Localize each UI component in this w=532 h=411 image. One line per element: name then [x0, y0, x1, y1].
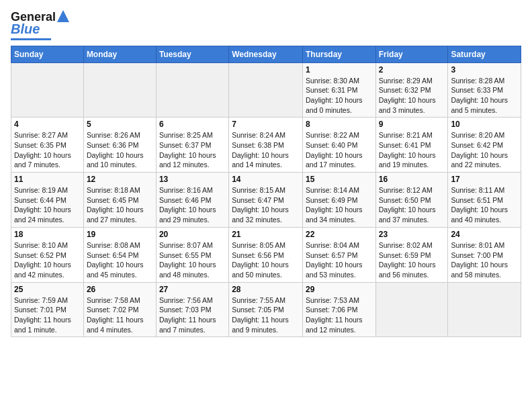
cell-info: Sunrise: 8:27 AMSunset: 6:35 PMDaylight:…: [14, 130, 81, 170]
calendar-cell: 19Sunrise: 8:08 AMSunset: 6:54 PMDayligh…: [83, 227, 156, 282]
calendar-cell: 9Sunrise: 8:21 AMSunset: 6:41 PMDaylight…: [375, 118, 448, 173]
cell-day-number: 6: [159, 120, 226, 129]
cell-day-number: 25: [14, 285, 81, 294]
day-header-saturday: Saturday: [448, 46, 521, 62]
calendar-table: SundayMondayTuesdayWednesdayThursdayFrid…: [11, 46, 521, 338]
week-row-3: 11Sunrise: 8:19 AMSunset: 6:44 PMDayligh…: [11, 173, 521, 228]
cell-day-number: 29: [306, 285, 373, 294]
logo-blue-text: Blue: [11, 21, 40, 37]
cell-day-number: 4: [14, 120, 81, 129]
cell-info: Sunrise: 8:28 AMSunset: 6:33 PMDaylight:…: [451, 76, 518, 116]
cell-info: Sunrise: 8:26 AMSunset: 6:36 PMDaylight:…: [87, 130, 153, 170]
cell-info: Sunrise: 8:11 AMSunset: 6:51 PMDaylight:…: [451, 185, 518, 225]
cell-info: Sunrise: 8:18 AMSunset: 6:45 PMDaylight:…: [87, 185, 153, 225]
cell-day-number: 5: [87, 120, 153, 129]
calendar-cell: 17Sunrise: 8:11 AMSunset: 6:51 PMDayligh…: [448, 173, 521, 228]
calendar-cell: 25Sunrise: 7:59 AMSunset: 7:01 PMDayligh…: [11, 282, 84, 337]
day-header-wednesday: Wednesday: [229, 46, 303, 62]
calendar-cell: 20Sunrise: 8:07 AMSunset: 6:55 PMDayligh…: [156, 227, 228, 282]
day-header-thursday: Thursday: [302, 46, 375, 62]
calendar-cell: 12Sunrise: 8:18 AMSunset: 6:45 PMDayligh…: [83, 173, 156, 228]
calendar-cell: 15Sunrise: 8:14 AMSunset: 6:49 PMDayligh…: [302, 173, 375, 228]
cell-info: Sunrise: 8:19 AMSunset: 6:44 PMDaylight:…: [14, 185, 81, 225]
cell-info: Sunrise: 8:29 AMSunset: 6:32 PMDaylight:…: [379, 76, 445, 116]
logo: General Blue: [11, 11, 69, 40]
calendar-cell: [156, 62, 228, 118]
cell-info: Sunrise: 8:04 AMSunset: 6:57 PMDaylight:…: [306, 240, 373, 280]
calendar-cell: [375, 282, 448, 337]
calendar-cell: 24Sunrise: 8:01 AMSunset: 7:00 PMDayligh…: [448, 227, 521, 282]
cell-day-number: 7: [232, 120, 300, 129]
cell-info: Sunrise: 8:01 AMSunset: 7:00 PMDaylight:…: [451, 240, 518, 280]
cell-info: Sunrise: 7:59 AMSunset: 7:01 PMDaylight:…: [14, 295, 81, 335]
calendar-cell: 23Sunrise: 8:02 AMSunset: 6:59 PMDayligh…: [375, 227, 448, 282]
calendar-cell: 18Sunrise: 8:10 AMSunset: 6:52 PMDayligh…: [11, 227, 84, 282]
cell-day-number: 2: [379, 65, 445, 75]
cell-day-number: 21: [232, 230, 300, 239]
cell-info: Sunrise: 8:25 AMSunset: 6:37 PMDaylight:…: [159, 130, 226, 170]
calendar-cell: 7Sunrise: 8:24 AMSunset: 6:38 PMDaylight…: [229, 118, 303, 173]
calendar-cell: 10Sunrise: 8:20 AMSunset: 6:42 PMDayligh…: [448, 118, 521, 173]
calendar-cell: 6Sunrise: 8:25 AMSunset: 6:37 PMDaylight…: [156, 118, 228, 173]
cell-info: Sunrise: 8:16 AMSunset: 6:46 PMDaylight:…: [159, 185, 226, 225]
calendar-cell: [11, 62, 84, 118]
cell-day-number: 20: [159, 230, 226, 239]
cell-info: Sunrise: 7:56 AMSunset: 7:03 PMDaylight:…: [159, 295, 226, 335]
week-row-5: 25Sunrise: 7:59 AMSunset: 7:01 PMDayligh…: [11, 282, 521, 337]
cell-day-number: 22: [306, 230, 373, 239]
page-header: General Blue: [11, 11, 521, 40]
day-header-sunday: Sunday: [11, 46, 84, 62]
cell-day-number: 12: [87, 175, 153, 184]
calendar-body: 1Sunrise: 8:30 AMSunset: 6:31 PMDaylight…: [11, 62, 521, 337]
cell-day-number: 27: [159, 285, 226, 294]
calendar-cell: 11Sunrise: 8:19 AMSunset: 6:44 PMDayligh…: [11, 173, 84, 228]
calendar-cell: [83, 62, 156, 118]
cell-day-number: 13: [159, 175, 226, 184]
calendar-cell: 2Sunrise: 8:29 AMSunset: 6:32 PMDaylight…: [375, 62, 448, 118]
cell-info: Sunrise: 8:05 AMSunset: 6:56 PMDaylight:…: [232, 240, 300, 280]
cell-info: Sunrise: 8:02 AMSunset: 6:59 PMDaylight:…: [379, 240, 445, 280]
week-row-2: 4Sunrise: 8:27 AMSunset: 6:35 PMDaylight…: [11, 118, 521, 173]
cell-info: Sunrise: 8:14 AMSunset: 6:49 PMDaylight:…: [306, 185, 373, 225]
svg-marker-0: [57, 10, 69, 22]
cell-info: Sunrise: 8:15 AMSunset: 6:47 PMDaylight:…: [232, 185, 300, 225]
calendar-cell: [448, 282, 521, 337]
cell-day-number: 9: [379, 120, 445, 129]
cell-day-number: 19: [87, 230, 153, 239]
cell-day-number: 17: [451, 175, 518, 184]
cell-info: Sunrise: 8:21 AMSunset: 6:41 PMDaylight:…: [379, 130, 445, 170]
day-header-monday: Monday: [83, 46, 156, 62]
calendar-cell: 14Sunrise: 8:15 AMSunset: 6:47 PMDayligh…: [229, 173, 303, 228]
cell-info: Sunrise: 8:20 AMSunset: 6:42 PMDaylight:…: [451, 130, 518, 170]
calendar-header: SundayMondayTuesdayWednesdayThursdayFrid…: [11, 46, 521, 62]
cell-day-number: 18: [14, 230, 81, 239]
cell-day-number: 8: [306, 120, 373, 129]
cell-info: Sunrise: 8:30 AMSunset: 6:31 PMDaylight:…: [306, 76, 373, 116]
cell-info: Sunrise: 8:10 AMSunset: 6:52 PMDaylight:…: [14, 240, 81, 280]
cell-info: Sunrise: 7:55 AMSunset: 7:05 PMDaylight:…: [232, 295, 300, 335]
cell-info: Sunrise: 7:58 AMSunset: 7:02 PMDaylight:…: [87, 295, 153, 335]
day-header-tuesday: Tuesday: [156, 46, 228, 62]
cell-info: Sunrise: 8:07 AMSunset: 6:55 PMDaylight:…: [159, 240, 226, 280]
cell-day-number: 15: [306, 175, 373, 184]
cell-day-number: 11: [14, 175, 81, 184]
cell-info: Sunrise: 7:53 AMSunset: 7:06 PMDaylight:…: [306, 295, 373, 335]
day-header-friday: Friday: [375, 46, 448, 62]
calendar-cell: 4Sunrise: 8:27 AMSunset: 6:35 PMDaylight…: [11, 118, 84, 173]
cell-day-number: 16: [379, 175, 445, 184]
cell-day-number: 24: [451, 230, 518, 239]
cell-info: Sunrise: 8:12 AMSunset: 6:50 PMDaylight:…: [379, 185, 445, 225]
calendar-cell: 26Sunrise: 7:58 AMSunset: 7:02 PMDayligh…: [83, 282, 156, 337]
cell-info: Sunrise: 8:22 AMSunset: 6:40 PMDaylight:…: [306, 130, 373, 170]
calendar-cell: 27Sunrise: 7:56 AMSunset: 7:03 PMDayligh…: [156, 282, 228, 337]
calendar-cell: 8Sunrise: 8:22 AMSunset: 6:40 PMDaylight…: [302, 118, 375, 173]
cell-day-number: 14: [232, 175, 300, 184]
cell-day-number: 10: [451, 120, 518, 129]
calendar-cell: 1Sunrise: 8:30 AMSunset: 6:31 PMDaylight…: [302, 62, 375, 118]
logo-icon: [57, 10, 69, 22]
cell-day-number: 26: [87, 285, 153, 294]
calendar-cell: 21Sunrise: 8:05 AMSunset: 6:56 PMDayligh…: [229, 227, 303, 282]
calendar-cell: 5Sunrise: 8:26 AMSunset: 6:36 PMDaylight…: [83, 118, 156, 173]
calendar-cell: 3Sunrise: 8:28 AMSunset: 6:33 PMDaylight…: [448, 62, 521, 118]
calendar-cell: 28Sunrise: 7:55 AMSunset: 7:05 PMDayligh…: [229, 282, 303, 337]
